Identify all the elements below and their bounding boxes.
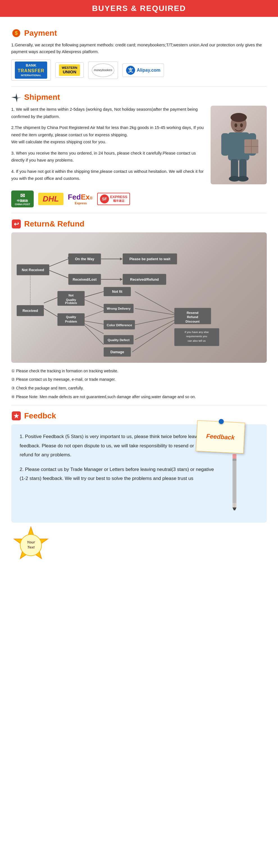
svg-text:Received/Lost: Received/Lost	[73, 278, 97, 282]
return-note-2: ② Please contact us by meesage, e-mail, …	[11, 376, 267, 383]
page-header: BUYERS & REQUIRED	[0, 0, 278, 17]
svg-text:can also tell us: can also tell us	[187, 339, 206, 342]
svg-text:Problem: Problem	[65, 320, 77, 323]
svg-text:On the Way: On the Way	[75, 257, 94, 261]
sticky-note-text: Feedback	[206, 433, 235, 441]
svg-text:Refund: Refund	[187, 315, 198, 319]
svg-text:Discount: Discount	[186, 319, 200, 323]
page-title: BUYERS & REQUIRED	[0, 4, 278, 13]
western-union-logo: WESTERN UNION	[55, 62, 84, 78]
svg-text:↩: ↩	[14, 221, 19, 227]
svg-text:Damage: Damage	[110, 350, 124, 354]
gold-seal-svg: Your Text	[11, 525, 50, 565]
fedex-express-label: Express	[75, 202, 87, 205]
svg-text:Color Difference: Color Difference	[107, 323, 132, 327]
svg-line-48	[84, 300, 104, 308]
svg-line-51	[84, 324, 104, 334]
svg-text:Problem: Problem	[65, 301, 77, 305]
return-note-4: ④ Please Note: Men made defects are not …	[11, 393, 267, 401]
payment-section-title: $ Payment	[11, 28, 267, 38]
svg-text:Not Received: Not Received	[22, 268, 44, 272]
return-title: Return& Refund	[24, 219, 84, 228]
return-section-title: ↩ Return& Refund	[11, 219, 267, 229]
flowchart-svg: Not Received On the Way Please be patien…	[11, 232, 267, 362]
svg-marker-2	[11, 93, 21, 102]
alipay-logo: 支 Alipay.com	[123, 63, 164, 77]
svg-line-22	[49, 270, 69, 278]
svg-line-63	[135, 292, 174, 313]
svg-text:Received/Refund: Received/Refund	[130, 278, 159, 282]
return-icon: ↩	[11, 219, 21, 229]
svg-text:Text: Text	[27, 545, 35, 549]
feedback-title: Feedbck	[24, 411, 56, 421]
svg-text:Quality: Quality	[66, 315, 76, 319]
svg-text:Your: Your	[27, 540, 35, 544]
svg-rect-6	[221, 133, 229, 156]
svg-line-52	[84, 326, 104, 345]
svg-text:If you have any else: If you have any else	[184, 331, 209, 334]
svg-text:Wrong Delivery: Wrong Delivery	[107, 307, 131, 310]
svg-text:Please be patient to wait: Please be patient to wait	[130, 257, 171, 261]
alipay-icon: 支	[126, 66, 135, 75]
svg-marker-32	[120, 278, 123, 281]
feedback-icon: ★	[11, 411, 21, 421]
return-note-3: ③ Check the package and Item, carefully.	[11, 384, 267, 392]
feedback-sticky-note: Feedback	[196, 421, 245, 454]
svg-line-67	[132, 323, 174, 352]
pencil-decoration	[230, 454, 239, 512]
shipment-section-title: Shipment	[11, 92, 267, 102]
delivery-person-image	[211, 106, 267, 184]
svg-text:Resend: Resend	[187, 311, 199, 314]
svg-line-65	[135, 317, 174, 325]
payment-description: 1.Generally, we accept the following pay…	[11, 41, 267, 55]
svg-text:$: $	[15, 30, 18, 36]
shipment-icon	[11, 92, 21, 102]
svg-text:Quality Defect: Quality Defect	[108, 338, 130, 342]
return-divider	[11, 405, 267, 405]
sf-express-logo: SF EXPRESS 顺丰速运	[97, 193, 130, 205]
payment-title: Payment	[24, 29, 57, 38]
svg-text:Not: Not	[69, 293, 74, 297]
china-post-logo: ✉ 中国邮政 CHINA POST	[11, 190, 34, 207]
feedback-container: Feedback 1. Positive Feedback (5 Stars) …	[11, 424, 267, 566]
svg-line-49	[84, 310, 104, 317]
shipment-title: Shipment	[24, 93, 60, 102]
svg-marker-26	[120, 258, 123, 260]
svg-text:requirements you: requirements you	[186, 335, 207, 338]
feedback-item-2: 2. Please contact us by Trade Manager or…	[20, 465, 258, 483]
svg-line-47	[84, 292, 104, 297]
feedback-section-title: ★ Feedbck	[11, 411, 267, 421]
payment-divider	[11, 86, 267, 87]
svg-text:★: ★	[13, 412, 20, 420]
svg-text:Quality: Quality	[66, 298, 76, 301]
payment-icon: $	[11, 28, 21, 38]
svg-rect-12	[239, 159, 247, 179]
main-content: $ Payment 1.Generally, we accept the fol…	[0, 17, 278, 571]
svg-line-50	[84, 321, 104, 324]
sticky-note-pin	[218, 419, 224, 424]
svg-line-64	[135, 309, 174, 315]
shipment-divider	[11, 213, 267, 213]
moneybookers-logo: moneybookers	[88, 62, 118, 79]
svg-point-4	[231, 113, 247, 122]
shipment-section: 1. We will sent the items within 2-5days…	[11, 106, 267, 186]
fedex-logo-container: FedEx® Express	[68, 193, 93, 205]
dhl-logo: DHL	[38, 193, 64, 205]
svg-marker-83	[233, 507, 237, 510]
return-notes: ① Please check the tracking in formation…	[11, 367, 267, 400]
bank-transfer-logo: BANK TRANSFER INTERNATIONAL	[11, 60, 51, 81]
shipping-logos: ✉ 中国邮政 CHINA POST DHL FedEx® Express SF …	[11, 190, 267, 207]
svg-point-16	[240, 123, 243, 127]
gold-seal-area: Your Text	[11, 525, 50, 566]
svg-point-14	[237, 176, 248, 182]
flowchart-background: Not Received On the Way Please be patien…	[11, 232, 267, 363]
svg-text:Not fit: Not fit	[112, 290, 123, 293]
payment-logos: BANK TRANSFER INTERNATIONAL WESTERN UNIO…	[11, 60, 267, 81]
svg-line-66	[135, 320, 174, 340]
fedex-logo: FedEx®	[68, 193, 93, 202]
svg-point-15	[235, 123, 237, 127]
svg-line-21	[49, 259, 69, 267]
svg-rect-11	[231, 159, 238, 179]
return-note-1: ① Please check the tracking in formation…	[11, 367, 267, 375]
